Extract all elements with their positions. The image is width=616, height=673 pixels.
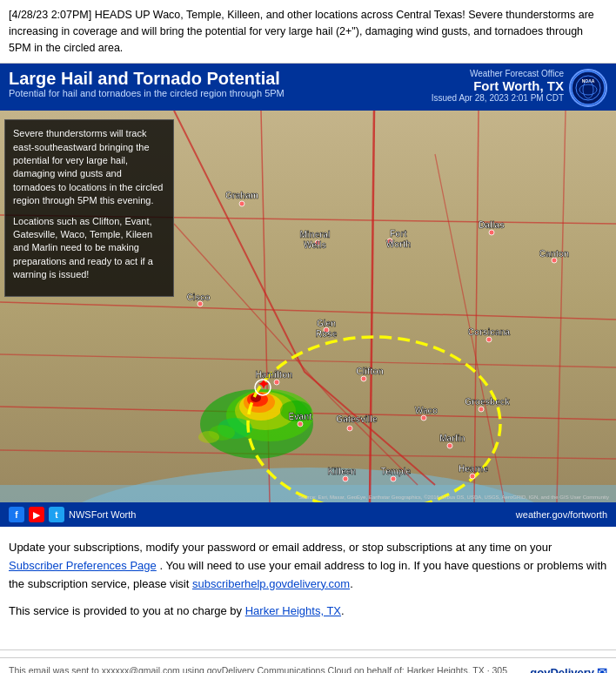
svg-point-36 <box>447 443 452 448</box>
noaa-logo: NOAA <box>569 69 607 107</box>
svg-text:Gatesville: Gatesville <box>336 414 378 424</box>
subscriber-preferences-link[interactable]: Subscriber Preferences Page <box>9 559 157 572</box>
svg-point-18 <box>198 431 219 443</box>
subscription-text-1: Update your subscriptions, modify your p… <box>9 541 552 554</box>
facebook-icon[interactable]: f <box>9 507 24 522</box>
wfo-name: Fort Worth, TX <box>432 78 564 93</box>
svg-text:Hamilton: Hamilton <box>256 370 293 380</box>
wfo-label: Weather Forecast Office <box>432 69 564 78</box>
svg-text:Clifton: Clifton <box>356 367 384 376</box>
wfo-info: Weather Forecast Office Fort Worth, TX I… <box>432 69 564 103</box>
svg-text:Killeen: Killeen <box>328 467 357 476</box>
nws-handle: NWSFort Worth <box>69 509 136 520</box>
svg-text:Evant: Evant <box>288 412 312 421</box>
twitter-icon[interactable]: t <box>49 507 64 522</box>
subscription-para: Update your subscriptions, modify your p… <box>9 539 607 593</box>
alert-text: [4/28/23 2:07PM] HEADS UP Waco, Temple, … <box>9 9 594 54</box>
svg-point-34 <box>421 415 426 421</box>
map-para1: Severe thunderstorms will track east-sou… <box>13 127 165 207</box>
issued-date: Issued Apr 28, 2023 2:01 PM CDT <box>432 93 564 103</box>
svg-point-30 <box>274 380 279 385</box>
svg-text:Graham: Graham <box>225 191 258 200</box>
social-icons: f ▶ t NWSFort Worth <box>9 507 136 522</box>
divider <box>0 649 616 650</box>
svg-text:Dallas: Dallas <box>479 220 505 230</box>
email-body: Update your subscriptions, modify your p… <box>0 527 616 637</box>
service-text: This service is provided to you at no ch… <box>9 604 242 617</box>
svg-point-39 <box>470 474 475 479</box>
svg-text:Waco: Waco <box>415 406 438 415</box>
govdelivery-logo: govDelivery ✉ <box>530 665 607 673</box>
svg-point-33 <box>347 426 352 431</box>
svg-text:Fort: Fort <box>390 229 407 239</box>
svg-text:Corsicana: Corsicana <box>468 327 511 337</box>
svg-point-22 <box>239 201 244 206</box>
svg-text:Hearne: Hearne <box>459 464 488 474</box>
svg-text:Mineral: Mineral <box>299 230 330 239</box>
card-footer-bar: f ▶ t NWSFort Worth weather.gov/fortwort… <box>0 502 616 527</box>
footer-text: This email was sent to xxxxxx@gmail.com … <box>9 665 530 673</box>
service-para: This service is provided to you at no ch… <box>9 602 607 621</box>
svg-text:Rose: Rose <box>316 329 338 339</box>
map-area: ✦ Graham Mineral Wells <box>0 111 616 502</box>
svg-point-0 <box>572 71 605 104</box>
svg-text:Glen: Glen <box>317 319 336 328</box>
weather-card: Large Hail and Tornado Potential Potenti… <box>0 64 616 527</box>
svg-point-37 <box>343 476 348 481</box>
svg-point-35 <box>479 407 484 412</box>
svg-text:Worth: Worth <box>386 239 412 249</box>
map-text-overlay: Severe thunderstorms will track east-sou… <box>4 119 174 296</box>
card-header-left: Large Hail and Tornado Potential Potenti… <box>9 69 285 98</box>
svg-text:Canton: Canton <box>539 249 569 259</box>
svg-rect-7 <box>0 485 616 502</box>
card-header-right: Weather Forecast Office Fort Worth, TX I… <box>432 69 607 107</box>
card-title: Large Hail and Tornado Potential <box>9 69 285 88</box>
svg-point-31 <box>361 376 366 381</box>
svg-point-32 <box>298 421 303 427</box>
svg-text:Marlin: Marlin <box>439 434 465 443</box>
svg-text:Source: Esri, Maxar, GeoEye, E: Source: Esri, Maxar, GeoEye, Earthstar G… <box>298 495 609 500</box>
alert-banner: [4/28/23 2:07PM] HEADS UP Waco, Temple, … <box>0 0 616 64</box>
harker-heights-link[interactable]: Harker Heights, TX <box>245 604 341 617</box>
svg-text:Wells: Wells <box>304 240 326 250</box>
card-subtitle: Potential for hail and tornadoes in the … <box>9 88 285 98</box>
svg-point-38 <box>391 476 396 481</box>
svg-text:Temple: Temple <box>381 467 412 476</box>
svg-text:Cisco: Cisco <box>186 293 210 302</box>
map-para2: Locations such as Clifton, Evant, Gatesv… <box>13 215 165 282</box>
svg-point-29 <box>486 337 492 342</box>
govdelivery-help-link[interactable]: subscriberhelp.govdelivery.com <box>192 577 350 590</box>
weather-website: weather.gov/fortworth <box>516 509 607 520</box>
youtube-icon[interactable]: ▶ <box>29 507 44 522</box>
card-header: Large Hail and Tornado Potential Potenti… <box>0 64 616 111</box>
svg-point-25 <box>489 230 494 235</box>
govdelivery-icon: ✉ <box>597 665 607 673</box>
email-footer: This email was sent to xxxxxx@gmail.com … <box>0 657 616 673</box>
svg-text:Groesbeck: Groesbeck <box>465 397 510 407</box>
